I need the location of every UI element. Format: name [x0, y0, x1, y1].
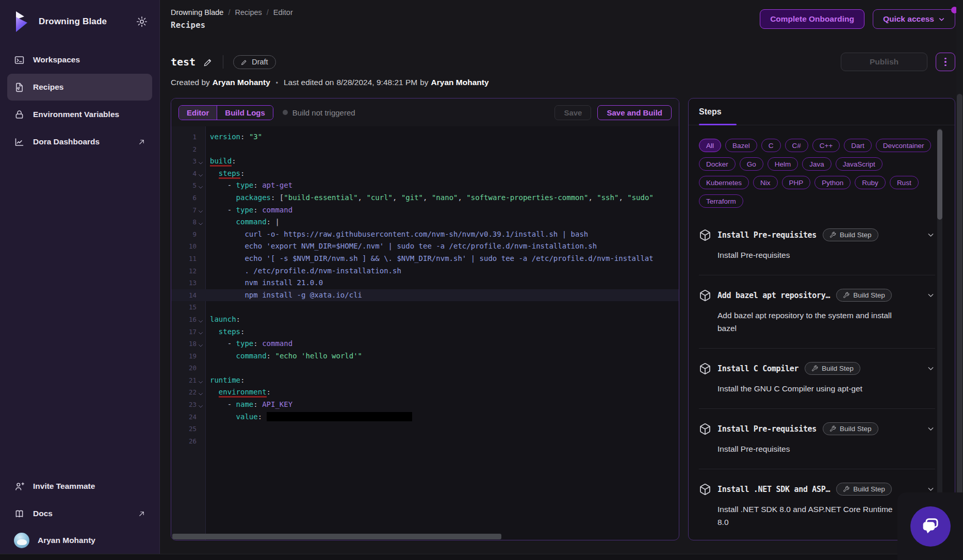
lock-icon: [14, 109, 25, 120]
build-step-badge-label: Build Step: [853, 291, 885, 299]
fold-chevron-icon[interactable]: [198, 342, 204, 349]
line-number: 17: [171, 326, 205, 338]
wrench-icon: [843, 486, 850, 492]
filter-php[interactable]: PHP: [782, 176, 811, 189]
chat-launcher-button[interactable]: [910, 506, 951, 547]
fold-chevron-icon[interactable]: [198, 391, 204, 397]
build-status-dot-icon: [283, 110, 288, 115]
line-number: 14: [171, 289, 205, 302]
filter-java[interactable]: Java: [802, 157, 831, 171]
code-line: 3build:: [171, 155, 679, 168]
sidebar-footer-nav: Invite TeammateDocs: [0, 473, 159, 527]
filter-docker[interactable]: Docker: [699, 157, 736, 171]
package-icon: [699, 363, 711, 375]
step-item: Install Pre-requisitesBuild StepInstall …: [699, 408, 935, 455]
filter-c[interactable]: C: [761, 139, 781, 152]
filter-nix[interactable]: Nix: [753, 176, 778, 189]
fold-chevron-icon[interactable]: [198, 160, 204, 166]
last-edited-label: Last edited on: [284, 78, 334, 87]
filter-bazel[interactable]: Bazel: [725, 139, 757, 152]
step-description: Install the GNU C Compiler using apt-get: [717, 382, 901, 395]
code-lines: 1version: "3"23build:4 steps:5 - type: a…: [171, 131, 679, 447]
chevron-down-icon[interactable]: [926, 424, 935, 433]
sidebar-item-dora-dashboards[interactable]: Dora Dashboards: [7, 128, 152, 155]
sidebar-item-environment-variables[interactable]: Environment Variables: [7, 101, 152, 128]
publish-button[interactable]: Publish: [841, 53, 927, 71]
fold-chevron-icon[interactable]: [198, 221, 204, 227]
filter-python[interactable]: Python: [814, 176, 851, 189]
filter-javascript[interactable]: JavaScript: [836, 157, 883, 171]
recipe-meta: Created by Aryan Mohanty • Last edited o…: [171, 78, 955, 87]
status-badge-label: Draft: [252, 58, 268, 66]
person-plus-icon: [14, 481, 25, 492]
steps-vertical-scrollbar[interactable]: [937, 128, 942, 536]
save-and-build-button[interactable]: Save and Build: [597, 105, 672, 120]
sidebar-item-invite-teammate[interactable]: Invite Teammate: [7, 473, 152, 500]
code-editor[interactable]: 1version: "3"23build:4 steps:5 - type: a…: [171, 126, 679, 540]
step-row: Install Pre-requisitesBuild Step: [699, 422, 935, 435]
scrollbar-thumb[interactable]: [172, 534, 501, 539]
breadcrumb-item-editor[interactable]: Editor: [273, 8, 293, 17]
filter-rust[interactable]: Rust: [890, 176, 919, 189]
steps-panel-body: AllBazelCC#C++DartDevcontainerDockerGoHe…: [689, 125, 955, 540]
sidebar-item-docs[interactable]: Docs: [7, 500, 152, 527]
build-step-badge: Build Step: [823, 422, 878, 435]
code-line: 9 curl -o- https://raw.githubusercontent…: [171, 228, 679, 241]
filter-kubernetes[interactable]: Kubernetes: [699, 176, 749, 189]
fold-chevron-icon[interactable]: [198, 184, 204, 190]
page-vertical-scrollbar[interactable]: [956, 0, 963, 560]
chevron-down-icon[interactable]: [926, 364, 935, 373]
chart-icon: [14, 137, 25, 147]
complete-onboarding-button[interactable]: Complete Onboarding: [760, 9, 864, 29]
app-root: Drowning Blade WorkspacesRecipesEnvironm…: [0, 0, 963, 560]
tab-build-logs[interactable]: Build Logs: [217, 106, 273, 120]
chevron-down-icon[interactable]: [926, 291, 935, 300]
filter-go[interactable]: Go: [740, 157, 763, 171]
filter-c[interactable]: C#: [785, 139, 808, 152]
code-line: 16launch:: [171, 314, 679, 326]
created-by-label: Created by: [171, 78, 210, 87]
fold-chevron-icon[interactable]: [198, 172, 204, 178]
editor-horizontal-scrollbar[interactable]: [171, 533, 679, 540]
code-line: 15: [171, 301, 679, 314]
breadcrumb-item-drowning-blade[interactable]: Drowning Blade: [171, 8, 223, 17]
filter-terraform[interactable]: Terraform: [699, 194, 743, 208]
page-horizontal-scrollbar[interactable]: [0, 554, 963, 560]
fold-chevron-icon[interactable]: [198, 379, 204, 385]
filter-helm[interactable]: Helm: [768, 157, 798, 171]
fold-chevron-icon[interactable]: [198, 208, 204, 215]
step-title: Add bazel apt repository…: [717, 291, 830, 300]
kebab-menu-button[interactable]: [936, 53, 955, 71]
sidebar-item-recipes[interactable]: Recipes: [7, 74, 152, 101]
fold-chevron-icon[interactable]: [198, 318, 204, 324]
filter-devcontainer[interactable]: Devcontainer: [876, 139, 932, 152]
filter-dart[interactable]: Dart: [844, 139, 872, 152]
scrollbar-thumb[interactable]: [937, 129, 942, 220]
edit-title-pencil-icon[interactable]: [203, 57, 213, 67]
sidebar-item-workspaces[interactable]: Workspaces: [7, 46, 152, 73]
step-description: Add bazel apt repository to the system a…: [717, 309, 901, 335]
step-item: Install C CompilerBuild StepInstall the …: [699, 348, 935, 395]
save-button[interactable]: Save: [554, 105, 591, 120]
fold-chevron-icon[interactable]: [198, 403, 204, 409]
filter-ruby[interactable]: Ruby: [855, 176, 886, 189]
step-filters: AllBazelCC#C++DartDevcontainerDockerGoHe…: [699, 139, 935, 208]
gear-icon[interactable]: [136, 15, 148, 28]
fold-chevron-icon[interactable]: [198, 330, 204, 336]
step-title: Install C Compiler: [717, 364, 798, 373]
chevron-down-icon[interactable]: [926, 230, 935, 239]
user-menu[interactable]: Aryan Mohanty: [7, 527, 152, 554]
scrollbar-thumb[interactable]: [957, 94, 962, 558]
tab-editor[interactable]: Editor: [179, 106, 217, 120]
code-line: 10 echo 'export NVM_DIR=$HOME/.nvm' | su…: [171, 240, 679, 253]
filter-c[interactable]: C++: [812, 139, 840, 152]
divider: [223, 55, 223, 69]
build-step-badge-label: Build Step: [840, 425, 872, 433]
breadcrumb-item-recipes[interactable]: Recipes: [235, 8, 262, 17]
content-panels: EditorBuild Logs Build not triggered Sav…: [171, 98, 955, 540]
filter-all[interactable]: All: [699, 139, 721, 152]
line-number: 26: [171, 435, 205, 448]
steps-tab[interactable]: Steps: [699, 107, 722, 116]
line-number: 5: [171, 179, 205, 192]
quick-access-button[interactable]: Quick access: [873, 9, 955, 29]
